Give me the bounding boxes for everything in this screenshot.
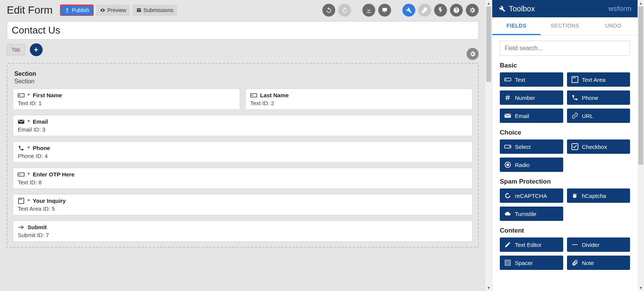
settings-button[interactable] bbox=[466, 4, 479, 17]
radio-icon bbox=[504, 161, 511, 168]
clip-icon bbox=[572, 259, 578, 266]
tab-fields[interactable]: FIELDS bbox=[492, 17, 541, 35]
phone-icon bbox=[572, 94, 578, 101]
field-submit[interactable]: Submit Submit ID: 7 bbox=[13, 221, 473, 242]
scroll-thumb[interactable] bbox=[638, 6, 643, 165]
field-phone[interactable]: * Phone Phone ID: 4 bbox=[13, 141, 473, 162]
scroll-down-icon[interactable]: ▼ bbox=[638, 285, 644, 291]
field-meta: Text ID: 1 bbox=[18, 100, 235, 106]
toolbox-item-turnstile[interactable]: Turnstile bbox=[500, 207, 563, 221]
toolbox-item-phone[interactable]: Phone bbox=[567, 90, 630, 105]
checkbox-icon bbox=[572, 143, 578, 150]
textarea-icon bbox=[572, 76, 578, 83]
toolbox-item-note[interactable]: Note bbox=[567, 256, 630, 270]
required-indicator: * bbox=[28, 92, 30, 98]
toolbox-item-number[interactable]: Number bbox=[500, 90, 563, 105]
select-icon bbox=[504, 143, 511, 150]
toolbox-item-radio[interactable]: Radio bbox=[500, 158, 563, 172]
plus-icon: + bbox=[34, 46, 39, 54]
help-button[interactable] bbox=[450, 4, 463, 17]
text-field-icon bbox=[18, 172, 25, 178]
group-choice-title: Choice bbox=[500, 129, 630, 136]
group-basic-title: Basic bbox=[500, 62, 630, 69]
field-meta: Email ID: 3 bbox=[18, 126, 468, 133]
download-icon bbox=[365, 7, 372, 14]
field-first-name[interactable]: * First Name Text ID: 1 bbox=[13, 89, 240, 110]
svg-rect-10 bbox=[505, 79, 507, 80]
section-settings-button[interactable] bbox=[467, 48, 479, 60]
spacer-icon bbox=[504, 259, 511, 266]
toolbox-item-text[interactable]: Text bbox=[500, 72, 563, 87]
scroll-up-icon[interactable]: ▲ bbox=[485, 0, 492, 6]
svg-rect-6 bbox=[18, 174, 20, 175]
toolbox-item-texteditor[interactable]: Text Editor bbox=[500, 237, 563, 252]
actions-button[interactable] bbox=[434, 4, 447, 17]
field-otp[interactable]: * Enter OTP Here Text ID: 8 bbox=[13, 168, 473, 189]
text-field-icon bbox=[250, 92, 257, 98]
text-field-icon bbox=[18, 92, 25, 98]
key-button[interactable] bbox=[418, 4, 431, 17]
svg-rect-18 bbox=[572, 244, 578, 245]
toolbox-item-checkbox[interactable]: Checkbox bbox=[567, 139, 630, 154]
tools-button[interactable] bbox=[402, 4, 415, 17]
gear-icon bbox=[469, 7, 476, 14]
scroll-up-icon[interactable]: ▲ bbox=[638, 0, 644, 6]
cloud-icon bbox=[504, 210, 511, 217]
toolbox-header: Toolbox wsform bbox=[492, 0, 638, 17]
scroll-thumb[interactable] bbox=[486, 6, 491, 82]
download-button[interactable] bbox=[362, 4, 375, 17]
link-icon bbox=[572, 112, 578, 119]
submissions-button[interactable]: Submissions bbox=[132, 5, 177, 16]
hash-icon bbox=[504, 94, 511, 101]
field-inquiry[interactable]: * Your Inquiry Text Area ID: 5 bbox=[13, 194, 473, 215]
toolbox-tabs: FIELDS SECTIONS UNDO bbox=[492, 17, 638, 35]
eye-icon bbox=[100, 8, 105, 13]
add-tab-button[interactable]: + bbox=[30, 43, 43, 56]
top-buttons: Publish Preview Submissions bbox=[60, 5, 177, 16]
table-icon bbox=[136, 8, 142, 13]
top-icon-bar bbox=[322, 4, 479, 17]
field-last-name[interactable]: Last Name Text ID: 2 bbox=[245, 89, 473, 110]
publish-button[interactable]: Publish bbox=[61, 6, 92, 15]
toolbox-item-spacer[interactable]: Spacer bbox=[500, 256, 563, 270]
tab-sections[interactable]: SECTIONS bbox=[541, 17, 589, 35]
sidebar-scrollbar[interactable]: ▲ ▼ bbox=[638, 0, 644, 291]
svg-rect-7 bbox=[18, 198, 24, 203]
toolbox-item-recaptcha[interactable]: reCAPTCHA bbox=[500, 188, 563, 203]
toolbox-item-email[interactable]: Email bbox=[500, 109, 563, 123]
field-label: First Name bbox=[33, 92, 62, 98]
required-indicator: * bbox=[28, 171, 30, 178]
toolbox-item-url[interactable]: URL bbox=[567, 109, 630, 123]
recaptcha-icon bbox=[504, 192, 511, 199]
brand-label: wsform bbox=[609, 5, 632, 13]
upload-icon bbox=[65, 8, 70, 13]
redo-button[interactable] bbox=[338, 4, 351, 17]
undo-button[interactable] bbox=[322, 4, 335, 17]
scroll-down-icon[interactable]: ▼ bbox=[485, 285, 492, 291]
bolt-icon bbox=[437, 7, 444, 14]
edit-icon bbox=[504, 241, 511, 248]
undo-icon bbox=[325, 7, 332, 14]
section-subtitle: Section bbox=[14, 78, 473, 85]
field-label: Email bbox=[33, 118, 48, 125]
field-email[interactable]: * Email Email ID: 3 bbox=[13, 115, 473, 136]
toolbox-item-hcaptcha[interactable]: hCaptcha bbox=[567, 188, 630, 203]
gear-icon bbox=[469, 51, 476, 57]
tab-undo[interactable]: UNDO bbox=[589, 17, 638, 35]
field-search-input[interactable] bbox=[500, 41, 630, 56]
main-scrollbar[interactable]: ▲ ▼ bbox=[485, 0, 492, 291]
toolbox-item-select[interactable]: Select bbox=[500, 139, 563, 154]
section-box[interactable]: Section Section * First Name Text ID: 1 bbox=[7, 63, 479, 248]
tab-item[interactable]: Tab bbox=[7, 44, 25, 55]
svg-rect-8 bbox=[19, 199, 22, 200]
textarea-icon bbox=[18, 198, 25, 204]
toolbox-item-divider[interactable]: Divider bbox=[567, 237, 630, 252]
wrench-icon bbox=[405, 7, 412, 14]
preview-button[interactable]: Preview bbox=[96, 5, 130, 16]
screen-button[interactable] bbox=[378, 4, 391, 17]
form-title-input[interactable] bbox=[7, 21, 479, 40]
submit-icon bbox=[18, 224, 25, 230]
field-label: Enter OTP Here bbox=[33, 171, 75, 178]
field-label: Last Name bbox=[260, 92, 289, 98]
toolbox-item-textarea[interactable]: Text Area bbox=[567, 72, 630, 87]
